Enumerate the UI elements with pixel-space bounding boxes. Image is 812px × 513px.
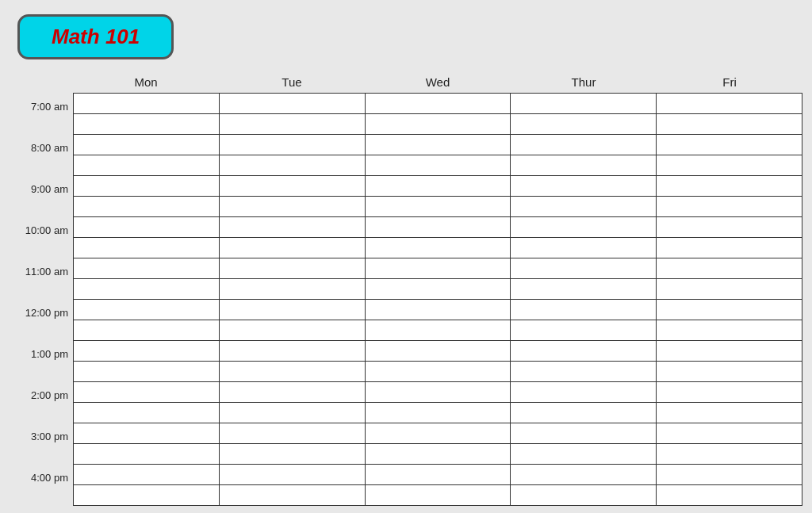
- cell-wed-700[interactable]: [366, 94, 511, 114]
- cell-mon-700[interactable]: [74, 94, 220, 114]
- cell-mon-830[interactable]: [74, 155, 220, 176]
- cell-fri-930[interactable]: [657, 197, 802, 217]
- table-row[interactable]: [74, 341, 802, 362]
- cell-wed-300[interactable]: [366, 423, 511, 444]
- cell-tue-430[interactable]: [220, 485, 366, 506]
- cell-wed-100[interactable]: [366, 341, 511, 362]
- cell-fri-230[interactable]: [657, 403, 802, 423]
- cell-tue-1230[interactable]: [220, 320, 366, 341]
- cell-wed-800[interactable]: [366, 135, 511, 155]
- table-row[interactable]: [74, 423, 802, 444]
- cell-mon-300[interactable]: [74, 423, 220, 444]
- cell-thur-1100[interactable]: [511, 258, 657, 279]
- cell-thur-230[interactable]: [511, 403, 657, 423]
- cell-wed-1200[interactable]: [366, 300, 511, 320]
- cell-fri-100[interactable]: [657, 341, 802, 362]
- cell-tue-230[interactable]: [220, 403, 366, 423]
- cell-fri-700[interactable]: [657, 94, 802, 114]
- cell-mon-330[interactable]: [74, 444, 220, 465]
- cell-thur-900[interactable]: [511, 176, 657, 197]
- cell-mon-800[interactable]: [74, 135, 220, 155]
- cell-mon-930[interactable]: [74, 197, 220, 217]
- table-row[interactable]: [74, 300, 802, 320]
- cell-thur-200[interactable]: [511, 382, 657, 403]
- cell-thur-1000[interactable]: [511, 217, 657, 238]
- cell-wed-200[interactable]: [366, 382, 511, 403]
- cell-tue-400[interactable]: [220, 465, 366, 485]
- cell-wed-1230[interactable]: [366, 320, 511, 341]
- cell-thur-130[interactable]: [511, 362, 657, 382]
- cell-fri-430[interactable]: [657, 485, 802, 506]
- cell-thur-830[interactable]: [511, 155, 657, 176]
- cell-fri-400[interactable]: [657, 465, 802, 485]
- cell-tue-200[interactable]: [220, 382, 366, 403]
- table-row[interactable]: [74, 176, 802, 197]
- table-row[interactable]: [74, 465, 802, 485]
- cell-wed-1030[interactable]: [366, 238, 511, 258]
- table-row[interactable]: [74, 320, 802, 341]
- cell-thur-300[interactable]: [511, 423, 657, 444]
- table-row[interactable]: [74, 444, 802, 465]
- cell-fri-900[interactable]: [657, 176, 802, 197]
- cell-fri-800[interactable]: [657, 135, 802, 155]
- cell-mon-230[interactable]: [74, 403, 220, 423]
- cell-thur-330[interactable]: [511, 444, 657, 465]
- cell-wed-330[interactable]: [366, 444, 511, 465]
- cell-tue-700[interactable]: [220, 94, 366, 114]
- cell-mon-1030[interactable]: [74, 238, 220, 258]
- cell-mon-1230[interactable]: [74, 320, 220, 341]
- cell-wed-230[interactable]: [366, 403, 511, 423]
- cell-tue-1200[interactable]: [220, 300, 366, 320]
- cell-tue-730[interactable]: [220, 114, 366, 135]
- cell-mon-1000[interactable]: [74, 217, 220, 238]
- cell-fri-830[interactable]: [657, 155, 802, 176]
- cell-mon-200[interactable]: [74, 382, 220, 403]
- cell-mon-1100[interactable]: [74, 258, 220, 279]
- table-row[interactable]: [74, 382, 802, 403]
- cell-wed-830[interactable]: [366, 155, 511, 176]
- cell-wed-730[interactable]: [366, 114, 511, 135]
- cell-thur-1030[interactable]: [511, 238, 657, 258]
- cell-thur-730[interactable]: [511, 114, 657, 135]
- cell-wed-430[interactable]: [366, 485, 511, 506]
- cell-tue-130[interactable]: [220, 362, 366, 382]
- cell-fri-1130[interactable]: [657, 279, 802, 300]
- table-row[interactable]: [74, 485, 802, 506]
- cell-thur-1130[interactable]: [511, 279, 657, 300]
- cell-mon-730[interactable]: [74, 114, 220, 135]
- table-row[interactable]: [74, 258, 802, 279]
- cell-mon-400[interactable]: [74, 465, 220, 485]
- table-row[interactable]: [74, 197, 802, 217]
- cell-tue-100[interactable]: [220, 341, 366, 362]
- cell-thur-800[interactable]: [511, 135, 657, 155]
- cell-thur-1230[interactable]: [511, 320, 657, 341]
- cell-mon-100[interactable]: [74, 341, 220, 362]
- table-row[interactable]: [74, 238, 802, 258]
- cell-thur-100[interactable]: [511, 341, 657, 362]
- cell-thur-400[interactable]: [511, 465, 657, 485]
- cell-fri-1200[interactable]: [657, 300, 802, 320]
- cell-tue-1030[interactable]: [220, 238, 366, 258]
- cell-tue-300[interactable]: [220, 423, 366, 444]
- cell-fri-330[interactable]: [657, 444, 802, 465]
- table-row[interactable]: [74, 114, 802, 135]
- cell-mon-900[interactable]: [74, 176, 220, 197]
- cell-tue-900[interactable]: [220, 176, 366, 197]
- cell-mon-1130[interactable]: [74, 279, 220, 300]
- cell-wed-1100[interactable]: [366, 258, 511, 279]
- cell-tue-800[interactable]: [220, 135, 366, 155]
- table-row[interactable]: [74, 217, 802, 238]
- cell-fri-1100[interactable]: [657, 258, 802, 279]
- cell-wed-930[interactable]: [366, 197, 511, 217]
- cell-fri-1000[interactable]: [657, 217, 802, 238]
- cell-mon-130[interactable]: [74, 362, 220, 382]
- cell-wed-130[interactable]: [366, 362, 511, 382]
- cell-tue-1130[interactable]: [220, 279, 366, 300]
- table-row[interactable]: [74, 135, 802, 155]
- cell-fri-300[interactable]: [657, 423, 802, 444]
- cell-tue-830[interactable]: [220, 155, 366, 176]
- cell-fri-1230[interactable]: [657, 320, 802, 341]
- cell-mon-1200[interactable]: [74, 300, 220, 320]
- cell-thur-700[interactable]: [511, 94, 657, 114]
- cell-wed-1000[interactable]: [366, 217, 511, 238]
